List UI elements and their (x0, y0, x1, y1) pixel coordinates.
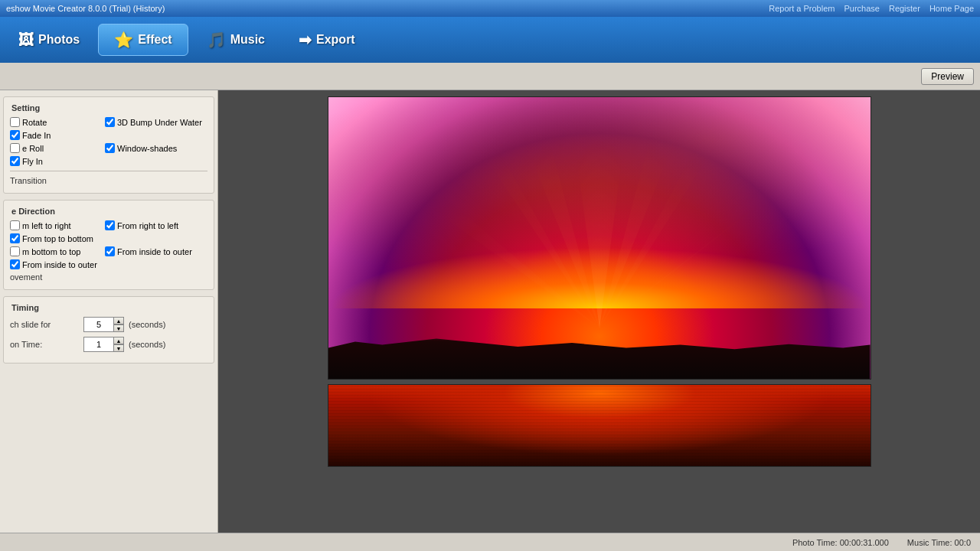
music-icon: 🎵 (207, 31, 226, 49)
inside-outer2-item: From inside to outer (10, 259, 102, 269)
statusbar: Photo Time: 00:00:31.000 Music Time: 00:… (0, 533, 980, 551)
right-to-left-item: From right to left (105, 220, 197, 230)
report-problem-link[interactable]: Report a Problem (769, 4, 835, 13)
nav-effect-button[interactable]: ⭐ Effect (98, 24, 188, 56)
on-time-down-btn[interactable]: ▼ (113, 344, 124, 352)
slide-for-label: ch slide for (10, 320, 79, 329)
direction-section: e Direction m left to right From right t… (3, 200, 214, 290)
timing-section: Timing ch slide for ▲ ▼ (seconds) on Tim… (3, 296, 214, 364)
bottom-to-top-label: m bottom to top (22, 247, 80, 256)
top-to-bottom-checkbox[interactable] (10, 233, 20, 243)
top-to-bottom-label: From top to bottom (22, 234, 93, 243)
effect-row-1: Rotate 3D Bump Under Water Fade In (10, 117, 207, 140)
fly-in-checkbox[interactable] (10, 156, 20, 166)
slide-for-unit: (seconds) (129, 320, 165, 329)
fade-in-label: Fade In (22, 131, 51, 140)
section-divider (10, 171, 207, 171)
direction-row-1: m left to right From right to left From … (10, 220, 207, 243)
fly-in-checkbox-item: Fly In (10, 156, 102, 166)
photo-time-status: Photo Time: 00:00:31.000 (792, 538, 889, 547)
roll-checkbox-item: e Roll (10, 143, 102, 153)
export-icon: ➡ (299, 31, 312, 49)
photo-bottom-frame (328, 384, 871, 467)
bump-underwater-checkbox[interactable] (105, 117, 115, 127)
photos-label: Photos (38, 33, 80, 47)
slide-for-up-btn[interactable]: ▲ (113, 317, 124, 324)
on-time-unit: (seconds) (129, 340, 165, 349)
slide-for-spinner-btns: ▲ ▼ (113, 317, 124, 332)
bump-underwater-checkbox-item: 3D Bump Under Water (105, 117, 202, 127)
left-to-right-label: m left to right (22, 221, 71, 230)
window-shades-checkbox-item: Window-shades (105, 143, 197, 153)
top-to-bottom-item: From top to bottom (10, 233, 102, 243)
left-to-right-checkbox[interactable] (10, 220, 20, 230)
transition-label: Transition (10, 176, 207, 185)
setting-section: Setting Rotate 3D Bump Under Water Fade … (3, 96, 214, 194)
top-navigation: 🖼 Photos ⭐ Effect 🎵 Music ➡ Export (0, 17, 980, 63)
sunset-sky-image (328, 97, 871, 379)
slide-for-down-btn[interactable]: ▼ (113, 324, 124, 332)
bump-underwater-label: 3D Bump Under Water (117, 118, 202, 127)
roll-checkbox[interactable] (10, 143, 20, 153)
on-time-row: on Time: ▲ ▼ (seconds) (10, 337, 207, 352)
music-label: Music (230, 33, 265, 47)
nav-photos-button[interactable]: 🖼 Photos (3, 25, 95, 55)
water-reflection-image (328, 385, 871, 466)
water-ripple-layer (328, 385, 871, 466)
titlebar-actions: Report a Problem Purchase Register Home … (769, 4, 974, 13)
toolbar: Preview (0, 63, 980, 90)
inside-outer1-checkbox[interactable] (105, 246, 115, 256)
bottom-to-top-item: m bottom to top (10, 246, 102, 256)
inside-outer2-checkbox[interactable] (10, 259, 20, 269)
music-time-status: Music Time: 00:0 (907, 538, 971, 547)
sun-rays (370, 137, 829, 328)
rotate-checkbox-item: Rotate (10, 117, 102, 127)
effect-row-2: e Roll Window-shades Fly In (10, 143, 207, 166)
inside-outer2-label: From inside to outer (22, 260, 97, 269)
photo-preview-area (218, 90, 980, 533)
purchase-link[interactable]: Purchase (844, 4, 879, 13)
direction-title: e Direction (10, 207, 207, 216)
window-shades-label: Window-shades (117, 144, 177, 153)
rotate-label: Rotate (22, 118, 47, 127)
timing-title: Timing (10, 303, 207, 312)
on-time-input[interactable] (83, 337, 114, 352)
window-shades-checkbox[interactable] (105, 143, 115, 153)
slide-for-row: ch slide for ▲ ▼ (seconds) (10, 317, 207, 332)
homepage-link[interactable]: Home Page (929, 4, 974, 13)
right-to-left-checkbox[interactable] (105, 220, 115, 230)
on-time-label: on Time: (10, 340, 79, 349)
effect-icon: ⭐ (114, 31, 133, 49)
rotate-checkbox[interactable] (10, 117, 20, 127)
inside-outer1-label: From inside to outer (117, 247, 192, 256)
photos-icon: 🖼 (18, 31, 34, 49)
setting-title: Setting (10, 103, 207, 112)
preview-button[interactable]: Preview (921, 68, 974, 85)
movement-label: ovement (10, 272, 207, 282)
on-time-up-btn[interactable]: ▲ (113, 337, 124, 344)
bottom-to-top-checkbox[interactable] (10, 246, 20, 256)
register-link[interactable]: Register (889, 4, 920, 13)
nav-export-button[interactable]: ➡ Export (283, 24, 371, 55)
left-to-right-item: m left to right (10, 220, 102, 230)
on-time-spinner: ▲ ▼ (83, 337, 124, 352)
on-time-spinner-btns: ▲ ▼ (113, 337, 124, 352)
photo-top-frame (328, 96, 871, 380)
effect-label: Effect (138, 33, 172, 47)
slide-for-input[interactable] (83, 317, 114, 332)
titlebar: eshow Movie Creator 8.0.0 (Trial) (Histo… (0, 0, 980, 17)
fade-in-checkbox[interactable] (10, 130, 20, 140)
direction-row-2: m bottom to top From inside to outer Fro… (10, 246, 207, 269)
app-title: eshow Movie Creator 8.0.0 (Trial) (Histo… (6, 4, 165, 13)
right-to-left-label: From right to left (117, 221, 178, 230)
left-panel: Setting Rotate 3D Bump Under Water Fade … (0, 90, 218, 533)
fly-in-label: Fly In (22, 157, 43, 166)
main-area: Setting Rotate 3D Bump Under Water Fade … (0, 90, 980, 533)
inside-outer1-item: From inside to outer (105, 246, 197, 256)
slide-for-spinner: ▲ ▼ (83, 317, 124, 332)
fade-in-checkbox-item: Fade In (10, 130, 102, 140)
nav-music-button[interactable]: 🎵 Music (191, 24, 280, 55)
roll-label: e Roll (22, 144, 44, 153)
export-label: Export (316, 33, 355, 47)
